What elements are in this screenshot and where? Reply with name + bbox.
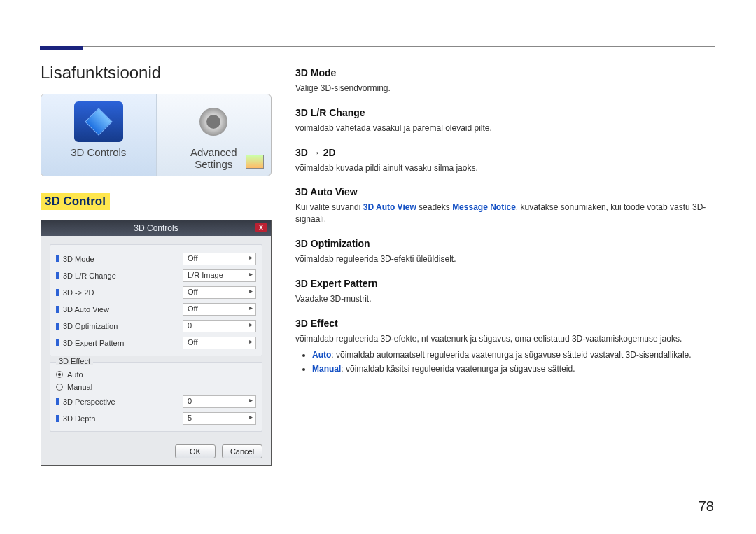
dropdown-3d-lr-change[interactable]: L/R Image	[183, 269, 256, 282]
radio-manual[interactable]: Manual	[56, 381, 256, 393]
dialog-titlebar: 3D Controls x	[41, 220, 271, 236]
heading-3d-lr-change: 3D L/R Change	[295, 107, 715, 118]
section-heading-3d-control: 3D Control	[41, 193, 110, 210]
list-item: Manual: võimaldab käsitsi reguleerida va…	[312, 363, 715, 376]
effect-bullet-list: Auto: võimaldab automaatselt reguleerida…	[307, 349, 715, 375]
heading-3d-effect: 3D Effect	[295, 318, 715, 329]
cube-3d-icon	[74, 101, 123, 142]
ok-button[interactable]: OK	[175, 444, 216, 458]
dialog-title: 3D Controls	[134, 223, 178, 233]
stepper-3d-perspective[interactable]: 0	[183, 395, 256, 408]
row-label: 3D Mode	[63, 255, 183, 263]
dropdown-3d-2d[interactable]: Off	[183, 286, 256, 299]
page-title: Lisafunktsioonid	[41, 63, 272, 83]
desc-3d-to-2d: võimaldab kuvada pildi ainult vasaku sil…	[295, 162, 715, 174]
heading-3d-expert-pattern: 3D Expert Pattern	[295, 278, 715, 289]
dropdown-3d-mode[interactable]: Off	[183, 253, 256, 265]
dropdown-3d-expert-pattern[interactable]: Off	[183, 337, 256, 349]
gallery-tile-3d-controls[interactable]: 3D Controls	[41, 94, 157, 176]
gallery-tile-label: 3D Controls	[44, 146, 153, 158]
stepper-3d-depth[interactable]: 5	[183, 412, 256, 425]
row-label: 3D Expert Pattern	[63, 339, 183, 347]
heading-3d-optimization: 3D Optimization	[295, 238, 715, 249]
desc-3d-expert-pattern: Vaadake 3D-mustrit.	[295, 293, 715, 305]
right-column: 3D Mode Valige 3D-sisendvorming. 3D L/R …	[295, 63, 715, 466]
list-item: Auto: võimaldab automaatselt reguleerida…	[312, 349, 715, 362]
dropdown-3d-auto-view[interactable]: Off	[183, 303, 256, 316]
radio-icon	[56, 371, 63, 378]
desc-3d-auto-view: Kui valite suvandi 3D Auto View seadeks …	[295, 202, 715, 225]
page-top-rule	[41, 46, 715, 47]
radio-icon	[56, 384, 63, 391]
gallery-tile-advanced-settings[interactable]: Advanced Settings	[157, 94, 272, 176]
desc-3d-effect: võimaldab reguleerida 3D-efekte, nt vaat…	[295, 333, 715, 345]
row-label: 3D L/R Change	[63, 272, 183, 280]
close-icon[interactable]: x	[255, 223, 267, 232]
page-number: 78	[699, 498, 714, 514]
heading-3d-auto-view: 3D Auto View	[295, 186, 715, 197]
row-label: 3D Depth	[63, 414, 183, 423]
cancel-button[interactable]: Cancel	[222, 444, 262, 458]
desc-3d-optimization: võimaldab reguleerida 3D-efekti üleüldis…	[295, 253, 715, 265]
page-content: Lisafunktsioonid 3D Controls Advanced Se…	[41, 63, 715, 466]
row-label: 3D -> 2D	[63, 288, 183, 297]
row-label: 3D Perspective	[63, 398, 183, 406]
row-label: 3D Optimization	[63, 322, 183, 330]
row-label: 3D Auto View	[63, 305, 183, 314]
icon-gallery: 3D Controls Advanced Settings	[41, 94, 272, 176]
stepper-3d-optimization[interactable]: 0	[183, 320, 256, 332]
desc-3d-lr-change: võimaldab vahetada vasakul ja paremal ol…	[295, 122, 715, 134]
gear-icon	[189, 101, 238, 142]
left-column: Lisafunktsioonid 3D Controls Advanced Se…	[41, 63, 272, 466]
fieldset-label-3d-effect: 3D Effect	[56, 357, 93, 365]
dialog-3d-controls: 3D Controls x 3D ModeOff 3D L/R ChangeL/…	[41, 220, 272, 466]
radio-auto[interactable]: Auto	[56, 368, 256, 381]
heading-3d-mode: 3D Mode	[295, 67, 715, 78]
desc-3d-mode: Valige 3D-sisendvorming.	[295, 83, 715, 94]
heading-3d-to-2d: 3D → 2D	[295, 147, 715, 158]
